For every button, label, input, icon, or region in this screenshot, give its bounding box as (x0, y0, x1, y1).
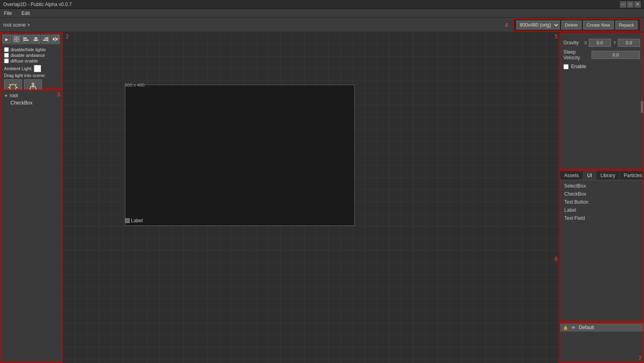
canvas-size-label: 800 x 480 (125, 83, 144, 88)
label-element-icon (125, 218, 130, 223)
sleep-velocity-row: Sleep Velocity (563, 49, 640, 60)
menu-edit[interactable]: Edit (19, 10, 32, 16)
asset-text-field[interactable]: Text Field (562, 214, 642, 222)
ambient-light-row: Ambient Light: (4, 65, 58, 72)
layer-name: Default (579, 325, 594, 330)
scene-tree: ▼ root CheckBox (1, 90, 62, 108)
scene-canvas (125, 85, 355, 226)
eye-icon[interactable]: 👁 (571, 325, 576, 330)
close-button[interactable]: ✕ (634, 1, 641, 8)
disable-lights-checkbox[interactable] (4, 47, 9, 52)
tree-root-label: root (10, 93, 18, 98)
svg-rect-3 (17, 40, 19, 42)
title-bar: Overlap2D - Public Alpha v0.0.7 ─ □ ✕ (0, 0, 644, 9)
gravity-x-input[interactable] (589, 39, 611, 47)
svg-rect-23 (32, 83, 34, 87)
region-7-label: 7 (638, 355, 642, 361)
asset-checkbox[interactable]: CheckBox (562, 190, 642, 198)
align-left-button[interactable] (22, 35, 31, 44)
svg-line-20 (9, 84, 10, 85)
ambient-light-swatch[interactable] (34, 65, 41, 72)
sleep-velocity-input[interactable] (592, 51, 640, 59)
diffuse-enable-checkbox[interactable] (4, 58, 9, 63)
svg-rect-4 (24, 38, 27, 39)
scene-panel: 3 ▼ root CheckBox (0, 90, 62, 363)
maximize-button[interactable]: □ (627, 1, 634, 8)
right-toolbar: 800x480 (orig) Delete Create New Repack (513, 19, 641, 31)
gravity-x-group: X (584, 39, 611, 47)
tools-panel: 1 ▶ (0, 32, 62, 89)
assets-tabs: Assets UI Library Particles (560, 171, 643, 180)
region-3-label: 3 (57, 91, 60, 98)
grid-tool-button[interactable] (12, 35, 21, 44)
region-5-label: 5 (555, 33, 558, 40)
region-2-label: 2 (66, 33, 69, 40)
asset-text-button[interactable]: Text Button (562, 198, 642, 206)
label-element-text: Label (131, 218, 143, 223)
assets-panel: Assets UI Library Particles SelectBox Ch… (559, 170, 644, 322)
svg-rect-10 (45, 38, 48, 39)
region-1-label: 1 (57, 34, 60, 40)
disable-ambiance-label: disable ambiance (10, 53, 45, 58)
layers-header: 🔒 👁 Default (560, 323, 643, 332)
lock-icon[interactable]: 🔒 (563, 325, 568, 330)
region-4-label: 4 (505, 22, 508, 28)
repack-button[interactable]: Repack (615, 21, 638, 29)
ambient-light-label: Ambient Light: (4, 66, 32, 71)
tab-library[interactable]: Library (596, 171, 620, 180)
disable-ambiance-checkbox[interactable] (4, 53, 9, 58)
asset-label[interactable]: Label (562, 206, 642, 214)
diffuse-enable-row: diffuse enable (4, 58, 58, 63)
minimize-button[interactable]: ─ (620, 1, 626, 8)
svg-rect-11 (43, 40, 48, 41)
physics-panel: Gravity X Y Sleep Velocity E (559, 32, 644, 169)
assets-list: SelectBox CheckBox Text Button Label Tex… (560, 180, 643, 321)
canvas-viewport[interactable]: 2 5 6 800 x 480 Label (62, 32, 559, 363)
region-6-label: 6 (555, 256, 558, 262)
tab-particles[interactable]: Particles (620, 171, 644, 180)
disable-lights-label: disable/hide lights (10, 47, 46, 52)
x-axis-label: X (584, 40, 587, 45)
svg-rect-2 (14, 40, 16, 42)
tree-arrow-icon: ▼ (4, 94, 8, 98)
center-area: 2 5 6 800 x 480 Label (62, 32, 559, 363)
tools-row: ▶ (1, 33, 62, 44)
physics-content: Gravity X Y Sleep Velocity E (560, 33, 643, 76)
svg-rect-5 (24, 40, 29, 41)
enable-label: Enable (571, 64, 586, 69)
gravity-label: Gravity (563, 40, 582, 46)
asset-selectbox[interactable]: SelectBox (562, 182, 642, 190)
drag-light-label: Drag light into scene: (4, 73, 58, 78)
tab-assets[interactable]: Assets (560, 171, 583, 180)
enable-checkbox[interactable] (563, 64, 569, 69)
title-bar-controls: ─ □ ✕ (620, 1, 641, 8)
align-right-button[interactable] (41, 35, 50, 44)
gravity-row: Gravity X Y (563, 39, 640, 47)
gravity-y-input[interactable] (618, 39, 640, 47)
main-layout: 1 ▶ (0, 32, 644, 363)
breadcrumb: root scene > (3, 22, 505, 28)
create-new-button[interactable]: Create New (583, 21, 614, 29)
select-tool-button[interactable]: ▶ (2, 35, 11, 44)
disable-ambiance-row: disable ambiance (4, 53, 58, 58)
app-title: Overlap2D - Public Alpha v0.0.7 (3, 2, 72, 7)
svg-rect-0 (14, 37, 16, 39)
enable-row: Enable (563, 64, 640, 69)
tab-ui[interactable]: UI (583, 171, 596, 180)
svg-rect-1 (17, 37, 19, 39)
resolution-select[interactable]: 800x480 (orig) (516, 21, 560, 29)
align-center-button[interactable] (31, 35, 40, 44)
svg-line-21 (15, 84, 17, 85)
tree-root-item[interactable]: ▼ root (2, 92, 60, 99)
sleep-velocity-label: Sleep Velocity (563, 49, 589, 60)
svg-rect-13 (53, 38, 54, 40)
menu-bar: File Edit (0, 9, 644, 18)
menu-file[interactable]: File (2, 10, 14, 16)
tree-child-checkbox[interactable]: CheckBox (2, 99, 60, 106)
canvas-label-element: Label (125, 218, 143, 223)
diffuse-enable-label: diffuse enable (10, 58, 38, 63)
scroll-indicator (641, 101, 643, 113)
right-column: Gravity X Y Sleep Velocity E (559, 32, 644, 363)
delete-button[interactable]: Delete (561, 21, 582, 29)
gravity-y-group: Y (613, 39, 640, 47)
